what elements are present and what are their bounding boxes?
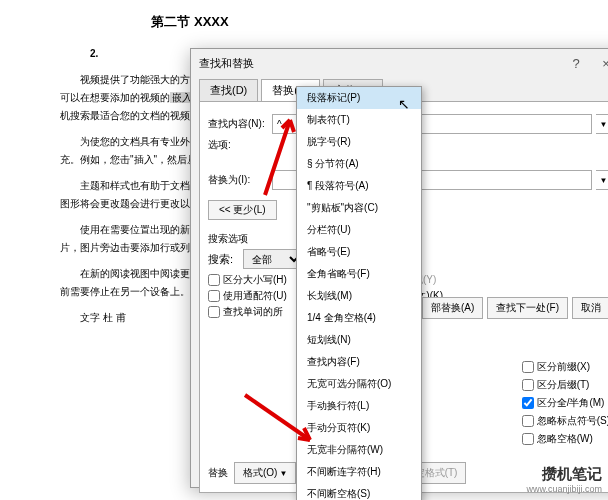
menu-item[interactable]: "剪贴板"内容(C) bbox=[297, 197, 421, 219]
menu-item[interactable]: 不间断连字符(H) bbox=[297, 461, 421, 483]
cancel-button[interactable]: 取消 bbox=[572, 297, 608, 319]
menu-item[interactable]: 不间断空格(S) bbox=[297, 483, 421, 500]
menu-item[interactable]: 全角省略号(F) bbox=[297, 263, 421, 285]
close-button[interactable]: × bbox=[591, 56, 608, 71]
chk-prefix[interactable]: 区分前缀(X) bbox=[522, 360, 608, 374]
menu-item[interactable]: 分栏符(U) bbox=[297, 219, 421, 241]
chk-width[interactable]: 区分全/半角(M) bbox=[522, 396, 608, 410]
find-dropdown[interactable]: ▼ bbox=[596, 114, 608, 134]
replace-label: 替换为(I): bbox=[208, 173, 268, 187]
menu-item[interactable]: 长划线(M) bbox=[297, 285, 421, 307]
chk-space[interactable]: 忽略空格(W) bbox=[522, 432, 608, 446]
format-button[interactable]: 格式(O)▼ bbox=[234, 462, 296, 484]
replace-section-label: 替换 bbox=[208, 466, 228, 480]
chk-punct[interactable]: 忽略标点符号(S) bbox=[522, 414, 608, 428]
replace-dropdown[interactable]: ▼ bbox=[596, 170, 608, 190]
menu-item[interactable]: 1/4 全角空格(4) bbox=[297, 307, 421, 329]
chk-suffix[interactable]: 区分后缀(T) bbox=[522, 378, 608, 392]
menu-item[interactable]: 制表符(T) bbox=[297, 109, 421, 131]
menu-item[interactable]: 查找内容(F) bbox=[297, 351, 421, 373]
search-label: 搜索: bbox=[208, 252, 240, 267]
options-label: 选项: bbox=[208, 138, 268, 152]
tab-find[interactable]: 查找(D) bbox=[199, 79, 258, 101]
menu-item[interactable]: 短划线(N) bbox=[297, 329, 421, 351]
doc-heading: 第二节 XXXX bbox=[60, 10, 320, 33]
watermark: 攒机笔记 www.cuanjibiji.com bbox=[526, 465, 602, 494]
find-next-button[interactable]: 查找下一处(F) bbox=[487, 297, 568, 319]
menu-item[interactable]: 省略号(E) bbox=[297, 241, 421, 263]
cursor-icon: ↖ bbox=[398, 96, 410, 112]
menu-item[interactable]: ¶ 段落符号(A) bbox=[297, 175, 421, 197]
dialog-title: 查找和替换 bbox=[199, 56, 254, 71]
replace-all-button[interactable]: 部替换(A) bbox=[422, 297, 483, 319]
menu-item[interactable]: 脱字号(R) bbox=[297, 131, 421, 153]
help-button[interactable]: ? bbox=[561, 56, 591, 71]
annotation-arrow-1 bbox=[260, 110, 300, 204]
find-label: 查找内容(N): bbox=[208, 117, 268, 131]
search-scope-select[interactable]: 全部 bbox=[243, 249, 303, 269]
annotation-arrow-2 bbox=[240, 390, 320, 454]
menu-item[interactable]: § 分节符(A) bbox=[297, 153, 421, 175]
